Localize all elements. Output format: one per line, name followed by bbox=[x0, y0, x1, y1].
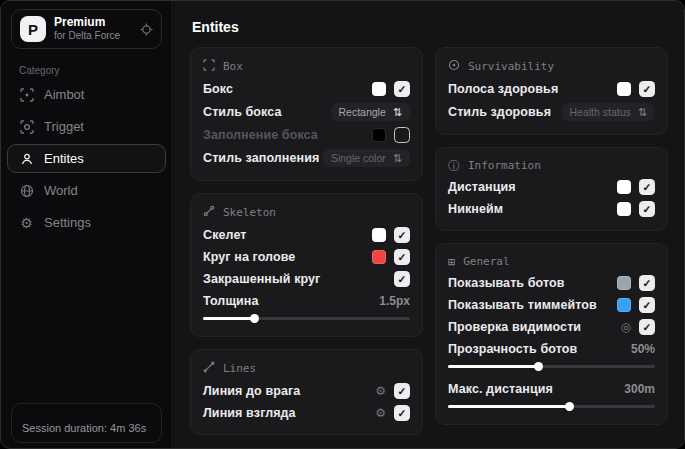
general-card: ⊞ General Показывать ботов ✓ Показывать … bbox=[435, 243, 668, 425]
check-icon: ✓ bbox=[398, 273, 407, 285]
sidebar-item-label: World bbox=[44, 183, 78, 198]
select-arrows-icon: ⇅ bbox=[393, 107, 402, 118]
setting-label: Закрашенный круг bbox=[203, 272, 320, 286]
check-icon: ✓ bbox=[398, 83, 407, 95]
thickness-slider[interactable] bbox=[203, 314, 410, 323]
checkbox[interactable]: ✓ bbox=[639, 297, 655, 313]
checkbox[interactable] bbox=[394, 127, 410, 143]
info-icon: ⓘ bbox=[448, 160, 460, 172]
slider-value: 300m bbox=[624, 382, 655, 396]
section-title: Skeleton bbox=[223, 206, 276, 219]
setting-label: Бокс bbox=[203, 82, 233, 96]
setting-label: Проверка видимости bbox=[448, 320, 581, 334]
setting-label: Макс. дистанция bbox=[448, 382, 553, 396]
survivability-card: Survivability Полоса здоровья ✓ Стиль зд… bbox=[435, 47, 668, 135]
color-swatch[interactable] bbox=[617, 298, 631, 312]
check-icon: ✓ bbox=[643, 299, 652, 311]
check-icon: ✓ bbox=[643, 203, 652, 215]
max-distance-slider[interactable] bbox=[448, 402, 655, 411]
brand-name: Premium bbox=[54, 16, 132, 30]
box-card-header: Box bbox=[203, 59, 410, 74]
slider-fill bbox=[448, 365, 539, 368]
setting-label: Дистанция bbox=[448, 180, 516, 194]
setting-label: Прозрачность ботов bbox=[448, 342, 577, 356]
color-swatch[interactable] bbox=[617, 202, 631, 216]
setting-row: Дистанция ✓ bbox=[448, 176, 655, 198]
setting-row: Толщина 1.5px bbox=[203, 290, 410, 311]
setting-row: Проверка видимости ◎ ✓ bbox=[448, 316, 655, 338]
checkbox[interactable]: ✓ bbox=[394, 383, 410, 399]
setting-row: Стиль заполнения Single color ⇅ bbox=[203, 146, 410, 170]
setting-row: Линия взгляда ⚙ ✓ bbox=[203, 402, 410, 424]
color-swatch[interactable] bbox=[617, 180, 631, 194]
section-title: General bbox=[463, 255, 509, 268]
setting-label: Стиль здоровья bbox=[448, 105, 551, 119]
fill-style-select[interactable]: Single color ⇅ bbox=[323, 149, 410, 167]
slider-fill bbox=[203, 317, 255, 320]
checkbox[interactable]: ✓ bbox=[639, 201, 655, 217]
setting-row: Стиль здоровья Health status ⇅ bbox=[448, 100, 655, 124]
check-icon: ✓ bbox=[398, 407, 407, 419]
survivability-card-header: Survivability bbox=[448, 59, 655, 74]
section-title: Lines bbox=[223, 362, 256, 375]
setting-row: Скелет ✓ bbox=[203, 224, 410, 246]
brand-logo: P bbox=[20, 16, 46, 42]
setting-row: Линия до врага ⚙ ✓ bbox=[203, 380, 410, 402]
slider-value: 1.5px bbox=[379, 294, 410, 308]
sidebar-item-world[interactable]: World bbox=[7, 176, 166, 205]
select-value: Rectangle bbox=[339, 106, 386, 118]
grid-icon: ⊞ bbox=[448, 256, 455, 268]
line-settings-gear-icon[interactable]: ⚙ bbox=[375, 385, 386, 397]
checkbox[interactable]: ✓ bbox=[639, 81, 655, 97]
select-arrows-icon: ⇅ bbox=[638, 107, 647, 118]
color-swatch[interactable] bbox=[372, 128, 386, 142]
trigger-target-icon bbox=[19, 120, 34, 134]
setting-row: Макс. дистанция 300m bbox=[448, 378, 655, 399]
line-icon bbox=[203, 361, 215, 376]
sidebar-item-settings[interactable]: ⚙ Settings bbox=[7, 208, 166, 237]
color-swatch[interactable] bbox=[372, 250, 386, 264]
health-style-select[interactable]: Health status ⇅ bbox=[561, 103, 655, 121]
checkbox[interactable]: ✓ bbox=[394, 271, 410, 287]
section-title: Information bbox=[468, 159, 541, 172]
crosshair-icon[interactable] bbox=[140, 23, 153, 36]
bot-opacity-slider[interactable] bbox=[448, 362, 655, 371]
setting-row: Никнейм ✓ bbox=[448, 198, 655, 220]
skeleton-card: Skeleton Скелет ✓ Круг на голове ✓ bbox=[190, 193, 423, 337]
checkbox[interactable]: ✓ bbox=[639, 319, 655, 335]
color-swatch[interactable] bbox=[372, 82, 386, 96]
main-content: Entites Box Бокс bbox=[174, 1, 684, 448]
sidebar-item-label: Settings bbox=[44, 215, 91, 230]
select-value: Single color bbox=[331, 152, 386, 164]
color-swatch[interactable] bbox=[617, 82, 631, 96]
globe-icon bbox=[19, 184, 34, 198]
checkbox[interactable]: ✓ bbox=[394, 227, 410, 243]
check-icon: ✓ bbox=[398, 251, 407, 263]
sidebar-item-trigget[interactable]: Trigget bbox=[7, 112, 166, 141]
lines-card: Lines Линия до врага ⚙ ✓ Линия взгляда ⚙ bbox=[190, 349, 423, 435]
aimbot-crosshair-icon bbox=[19, 88, 34, 102]
checkbox[interactable]: ✓ bbox=[394, 405, 410, 421]
slider-thumb[interactable] bbox=[250, 314, 259, 323]
right-column: Survivability Полоса здоровья ✓ Стиль зд… bbox=[435, 47, 668, 435]
color-swatch[interactable] bbox=[617, 276, 631, 290]
lines-card-header: Lines bbox=[203, 361, 410, 376]
slider-thumb[interactable] bbox=[534, 362, 543, 371]
box-style-select[interactable]: Rectangle ⇅ bbox=[331, 103, 411, 121]
category-label: Category bbox=[19, 65, 172, 76]
checkbox[interactable]: ✓ bbox=[639, 179, 655, 195]
checkbox[interactable]: ✓ bbox=[639, 275, 655, 291]
setting-label: Толщина bbox=[203, 294, 259, 308]
sidebar: P Premium for Delta Force Category Aimbo… bbox=[1, 1, 173, 448]
sidebar-item-aimbot[interactable]: Aimbot bbox=[7, 80, 166, 109]
brand-text: Premium for Delta Force bbox=[54, 16, 132, 41]
checkbox[interactable]: ✓ bbox=[394, 249, 410, 265]
visibility-icon[interactable]: ◎ bbox=[621, 321, 631, 333]
sidebar-item-entites[interactable]: Entites bbox=[7, 144, 166, 173]
line-settings-gear-icon[interactable]: ⚙ bbox=[375, 407, 386, 419]
setting-row: Полоса здоровья ✓ bbox=[448, 78, 655, 100]
checkbox[interactable]: ✓ bbox=[394, 81, 410, 97]
check-icon: ✓ bbox=[643, 277, 652, 289]
color-swatch[interactable] bbox=[372, 228, 386, 242]
slider-thumb[interactable] bbox=[565, 402, 574, 411]
